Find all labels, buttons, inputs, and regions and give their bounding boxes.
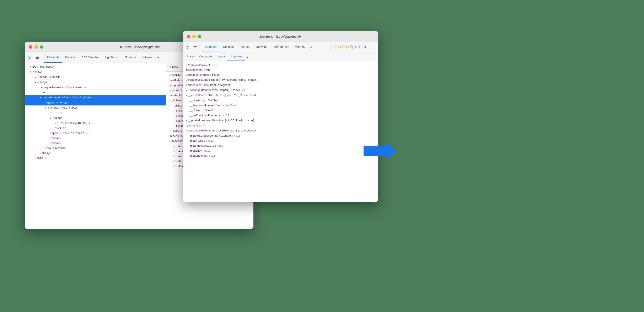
prop2-changed-properties[interactable]: ► _$changedProperties : Map(0) {size: 0} xyxy=(183,88,378,93)
prop2-aria-busy[interactable]: ariaBusy : null xyxy=(183,148,378,153)
toolbar-right-2: ⚠ 1 ⚠ 3 💬 1 ⚙ ⋮ xyxy=(330,42,376,52)
minimize-button-1[interactable] xyxy=(34,45,38,49)
tab-performance-2[interactable]: Performance xyxy=(270,42,292,52)
svg-rect-3 xyxy=(194,46,196,47)
minimize-button-2[interactable] xyxy=(192,35,196,38)
settings-icon-2[interactable]: ⚙ xyxy=(362,44,368,51)
prop2-enable-updating[interactable]: ► enableUpdating : f () xyxy=(183,62,378,68)
prop2-reflecting-property[interactable]: __reflectingProperty : null xyxy=(183,113,378,118)
tab-layout-2[interactable]: Layout xyxy=(214,52,227,61)
more-tabs-1[interactable]: » xyxy=(155,52,160,63)
prop2-accessible-node[interactable]: ► accessibleNode : AccessibleNode {activ… xyxy=(183,128,378,133)
toolbar-icon-group-1 xyxy=(26,52,44,63)
dom-hr[interactable]: <hr> xyxy=(25,90,166,95)
prop2-aria-atomic[interactable]: ariaAtomic : null xyxy=(183,138,378,143)
tab-properties-2[interactable]: Properties xyxy=(227,52,244,61)
warning-badge-2b[interactable]: ⚠ 3 xyxy=(340,45,349,49)
warning-icon-2b: ⚠ xyxy=(342,46,345,49)
maximize-button-1[interactable] xyxy=(40,45,43,49)
tab-console-2[interactable]: Console xyxy=(220,42,236,52)
dom-close-span-2: </span> xyxy=(25,141,166,146)
toolbar-2: Elements Console Sources Network Perform… xyxy=(183,42,378,52)
dom-span-planet[interactable]: <span class= "planet" >… xyxy=(25,131,166,136)
close-button-2[interactable] xyxy=(187,35,190,38)
dom-mars-cont: "Mars" > == $0 xyxy=(25,100,166,105)
info-count-2: 1 xyxy=(356,46,358,49)
dom-comment-empty: <!----> xyxy=(25,111,166,116)
prop2-access-key[interactable]: accessKey : "" xyxy=(183,123,378,128)
content-area-2: Styles Computed Layout Properties » ► en… xyxy=(183,52,378,202)
dom-html[interactable]: ▼ <html> xyxy=(25,69,166,75)
dom-my-element-1[interactable]: ► <my-element>…</my-element> xyxy=(25,85,166,90)
cursor-icon-2[interactable] xyxy=(184,44,191,51)
devtools-window-2: DevTools - lit.dev/playground/ Elements … xyxy=(183,31,378,202)
prop2-is-update-pending[interactable]: isUpdatePending : false xyxy=(183,73,378,78)
prop2-planet[interactable]: __planet : "Mars" xyxy=(183,108,378,113)
tab-elements-2[interactable]: Elements xyxy=(202,42,220,52)
svg-rect-0 xyxy=(36,57,39,57)
layers-icon-2[interactable] xyxy=(192,44,198,51)
prop2-render-root[interactable]: renderRoot : document-fragment xyxy=(183,83,378,88)
tab-memory-2[interactable]: Memory xyxy=(292,42,308,52)
panel-tabs-2: Styles Computed Layout Properties » xyxy=(183,52,378,61)
tab-elements-1[interactable]: Elements xyxy=(44,52,62,63)
cursor-icon[interactable] xyxy=(26,54,33,61)
dom-body[interactable]: ▼ <body> xyxy=(25,80,166,85)
prop2-greeting[interactable]: __greeting : "Hello" xyxy=(183,98,378,103)
more-icon-2[interactable]: ⋮ xyxy=(370,44,376,51)
warning-count-2: 1 xyxy=(335,46,336,49)
maximize-button-2[interactable] xyxy=(198,35,201,38)
info-badge-2[interactable]: 💬 1 xyxy=(350,45,360,49)
dom-span-outer[interactable]: ▼ <span> xyxy=(25,116,166,121)
dom-close-span-1: </span> xyxy=(25,136,166,141)
window-title-2: DevTools - lit.dev/playground/ xyxy=(260,35,301,38)
prop2-update-promise[interactable]: ► _updatePromise : Promise {<fulfilled>:… xyxy=(183,118,378,123)
tab-sources-1[interactable]: Sources xyxy=(122,52,138,63)
dom-close-html: </html> xyxy=(25,156,166,161)
tab-sources-2[interactable]: Sources xyxy=(236,42,253,52)
window-title-1: DevTools - lit.dev/playground/ xyxy=(119,45,160,49)
dom-hello-text: "Hello" xyxy=(25,126,166,131)
tab-lighthouse-1[interactable]: Lighthouse xyxy=(102,52,122,63)
close-button-1[interactable] xyxy=(29,45,32,49)
svg-rect-5 xyxy=(194,48,196,48)
toolbar-icon-group-2 xyxy=(184,42,201,52)
prop2-aria-auto-complete[interactable]: ariaAutoComplete : null xyxy=(183,143,378,148)
dom-shadow-root[interactable]: ▼ #shadow-root (open) xyxy=(25,105,166,111)
tab-network-1[interactable]: Network xyxy=(138,52,155,63)
traffic-lights-1 xyxy=(29,45,43,49)
right-panel-2: Styles Computed Layout Properties » ► en… xyxy=(183,52,378,202)
more-tabs-2[interactable]: » xyxy=(308,42,314,52)
properties-panel-2: ► enableUpdating : f () hasUpdated : tru… xyxy=(183,61,378,202)
svg-rect-4 xyxy=(194,47,196,47)
chat-icon-2: 💬 xyxy=(352,46,356,49)
tab-styles-2[interactable]: Styles xyxy=(184,52,197,61)
traffic-lights-2 xyxy=(187,35,201,38)
dom-my-element-mars[interactable]: ▼ <my-element class="mars" planet= xyxy=(25,95,166,100)
dom-head[interactable]: ► <head>…</head> xyxy=(25,75,166,80)
dom-panel-1: <!DOCTYPE html> ▼ <html> ► <head>…</head… xyxy=(25,63,166,229)
dom-close-body: </body> xyxy=(25,151,166,156)
tab-css-overview-1[interactable]: CSS Overview xyxy=(79,52,102,63)
more-panel-tabs-2[interactable]: » xyxy=(245,52,250,61)
prop2-render-options[interactable]: ► renderOptions : {host: my-element.mars… xyxy=(183,78,378,83)
tab-console-1[interactable]: Console xyxy=(62,52,78,63)
prop2-has-updated[interactable]: hasUpdated : true xyxy=(183,68,378,73)
tab-computed-2[interactable]: Computed xyxy=(197,52,214,61)
svg-marker-6 xyxy=(364,142,397,159)
prop2-child-part[interactable]: ► __childPart : ChildPart {type: 2, _$co… xyxy=(183,93,378,98)
svg-rect-2 xyxy=(36,58,39,59)
blue-arrow xyxy=(364,141,397,161)
warning-badge-2[interactable]: ⚠ 1 xyxy=(330,45,338,49)
prop2-aria-checked[interactable]: ariaChecked : null xyxy=(183,153,378,159)
warning-count-2b: 3 xyxy=(346,46,347,49)
prop2-aria-active[interactable]: ariaActiveDescendantElement : null xyxy=(183,133,378,138)
titlebar-2: DevTools - lit.dev/playground/ xyxy=(183,31,378,42)
prop2-instance-properties[interactable]: __instanceProperties : undefined xyxy=(183,103,378,108)
tab-network-2[interactable]: Network xyxy=(253,42,270,52)
layers-icon[interactable] xyxy=(34,54,41,61)
svg-rect-1 xyxy=(36,57,39,58)
warning-icon-2: ⚠ xyxy=(332,46,334,49)
tab-styles-1[interactable]: Styles xyxy=(168,63,180,71)
dom-close-my-element: </my-element> xyxy=(25,146,166,151)
